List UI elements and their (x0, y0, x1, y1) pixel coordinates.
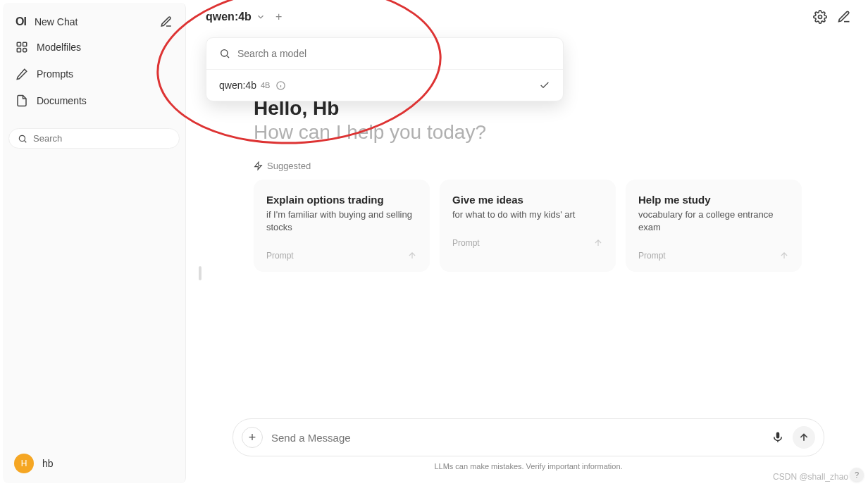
card-desc: vocabulary for a college entrance exam (638, 208, 789, 234)
new-chat-label: New Chat (35, 16, 78, 27)
sidebar-item-prompts[interactable]: Prompts (11, 61, 177, 87)
lightning-icon (254, 161, 263, 170)
search-icon (219, 48, 230, 59)
card-title: Help me study (638, 194, 789, 206)
card-tag: Prompt (266, 251, 294, 261)
sidebar-search-input[interactable] (33, 133, 170, 144)
username: hb (42, 458, 54, 469)
card-title: Explain options trading (266, 194, 417, 206)
card-tag: Prompt (452, 238, 480, 248)
suggestion-card[interactable]: Give me ideas for what to do with my kid… (440, 180, 616, 272)
message-input[interactable] (271, 432, 763, 444)
settings-icon[interactable] (813, 10, 827, 24)
info-icon[interactable] (275, 80, 286, 91)
sidebar-item-label: Modelfiles (37, 42, 81, 53)
sidebar-item-documents[interactable]: Documents (11, 87, 177, 114)
chevron-down-icon (256, 12, 266, 22)
model-dropdown: qwen:4b 4B (206, 37, 564, 101)
prompts-icon (16, 68, 28, 80)
compose-icon[interactable] (837, 10, 851, 24)
model-selector[interactable]: qwen:4b (206, 11, 266, 23)
arrow-up-icon (779, 251, 789, 261)
svg-point-4 (19, 135, 25, 141)
logo-oi: OI (16, 15, 26, 28)
user-menu[interactable]: H hb (3, 444, 185, 483)
sidebar-search[interactable] (8, 128, 180, 149)
edit-icon[interactable] (160, 15, 173, 28)
mic-icon[interactable] (771, 431, 784, 444)
sidebar-item-modelfiles[interactable]: Modelfiles (11, 34, 177, 61)
suggested-label: Suggested (267, 161, 311, 171)
svg-point-7 (819, 15, 822, 19)
suggestion-card[interactable]: Help me study vocabulary for a college e… (626, 180, 802, 272)
svg-rect-1 (23, 42, 27, 46)
arrow-up-icon (798, 432, 810, 443)
add-model-button[interactable]: + (273, 11, 285, 23)
avatar: H (14, 454, 34, 473)
card-title: Give me ideas (452, 194, 603, 206)
arrow-up-icon (407, 251, 417, 261)
check-icon (539, 80, 550, 91)
card-desc: for what to do with my kids' art (452, 208, 603, 221)
new-chat-button[interactable]: OI New Chat (16, 15, 78, 28)
send-button[interactable] (793, 426, 815, 449)
card-desc: if I'm familiar with buying and selling … (266, 208, 417, 234)
arrow-up-icon (593, 238, 603, 248)
svg-rect-2 (17, 49, 20, 52)
disclaimer-text: LLMs can make mistakes. Verify important… (232, 462, 824, 471)
greeting-subtitle: How can I help you today? (254, 121, 803, 144)
model-name-label: qwen:4b (206, 11, 252, 23)
suggested-header: Suggested (254, 161, 803, 171)
documents-icon (16, 94, 28, 107)
svg-rect-0 (17, 42, 20, 46)
watermark: CSDN @shall_zhao (773, 472, 848, 482)
model-search-input[interactable] (237, 48, 550, 59)
model-option-size: 4B (261, 81, 270, 89)
modelfiles-icon (16, 41, 28, 54)
resize-handle[interactable] (199, 266, 202, 280)
message-composer: + (232, 418, 824, 456)
help-button[interactable]: ? (850, 468, 864, 482)
model-option-qwen4b[interactable]: qwen:4b 4B (206, 70, 563, 101)
search-icon (18, 134, 27, 144)
svg-point-3 (23, 49, 27, 52)
suggestion-card[interactable]: Explain options trading if I'm familiar … (254, 180, 430, 272)
sidebar-item-label: Prompts (37, 68, 73, 80)
svg-point-5 (221, 50, 228, 56)
card-tag: Prompt (638, 251, 666, 261)
sidebar-item-label: Documents (37, 95, 87, 106)
model-option-name: qwen:4b (219, 80, 256, 91)
attach-button[interactable]: + (242, 427, 263, 448)
